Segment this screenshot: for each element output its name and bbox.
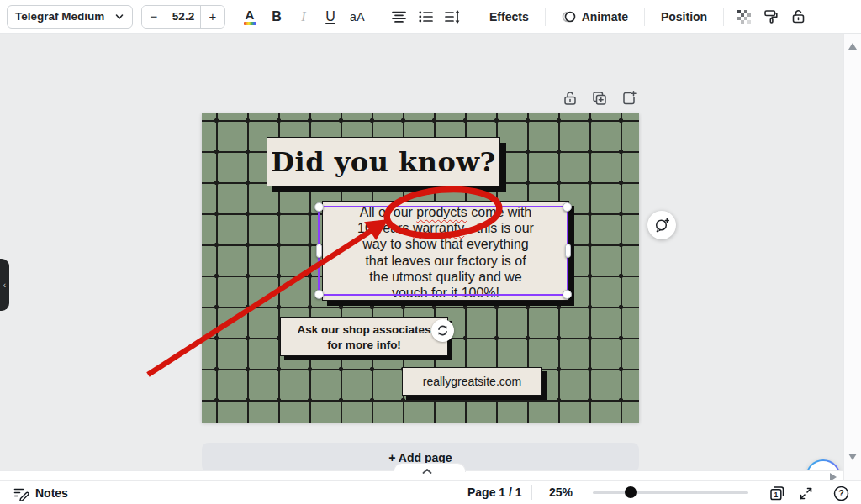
zoom-level-button[interactable]: 25% bbox=[549, 486, 573, 499]
body-line: way to show that everything bbox=[323, 236, 568, 252]
body-line: All of our prodycts come with bbox=[323, 204, 568, 220]
grid-view-button[interactable]: 1 bbox=[767, 483, 787, 503]
font-size-increase-button[interactable]: + bbox=[201, 6, 224, 28]
toolbar-divider bbox=[473, 8, 473, 26]
toolbar-divider bbox=[723, 8, 724, 26]
effects-button[interactable]: Effects bbox=[481, 4, 537, 29]
animate-label: Animate bbox=[582, 10, 628, 24]
body-line: the utmost quality and we bbox=[323, 269, 568, 285]
info-text-element[interactable]: Ask our shop associates for more info! bbox=[280, 317, 448, 356]
bold-button[interactable]: B bbox=[264, 4, 289, 29]
title-text-element[interactable]: Did you know? bbox=[267, 137, 500, 186]
font-selector[interactable]: Telegraf Medium bbox=[7, 5, 133, 29]
paint-roller-icon bbox=[763, 8, 779, 24]
notes-button[interactable]: Notes bbox=[13, 484, 68, 502]
copy-style-button[interactable] bbox=[758, 4, 784, 29]
duplicate-page-button[interactable] bbox=[591, 90, 608, 107]
comment-plus-icon bbox=[653, 217, 670, 234]
add-comment-button[interactable] bbox=[647, 211, 676, 239]
bullet-list-button[interactable] bbox=[413, 4, 438, 29]
resize-handle-bottom-right[interactable] bbox=[563, 290, 572, 299]
rainbow-color-bar bbox=[244, 22, 256, 25]
align-center-icon bbox=[391, 9, 407, 24]
toolbar-divider bbox=[545, 8, 546, 26]
workspace: Did you know? All of our prodycts come w… bbox=[0, 34, 843, 470]
line-spacing-button[interactable] bbox=[440, 4, 465, 29]
bullet-list-icon bbox=[418, 9, 434, 24]
resize-handle-middle-left[interactable] bbox=[316, 244, 322, 258]
font-size-decrease-button[interactable]: − bbox=[142, 6, 166, 28]
toolbar-divider bbox=[378, 8, 378, 26]
pages-icon: 1 bbox=[769, 485, 786, 502]
zoom-slider-track[interactable] bbox=[593, 491, 748, 494]
status-bar: Notes Page 1 / 1 25% 1 bbox=[0, 480, 861, 504]
design-editor-window: Telegraf Medium − 52.2 + A B I U aA bbox=[0, 0, 861, 504]
chevron-down-icon bbox=[114, 12, 124, 22]
underline-button[interactable]: U bbox=[318, 4, 343, 29]
resize-handle-bottom-left[interactable] bbox=[314, 290, 324, 299]
page-indicator: Page 1 / 1 bbox=[467, 486, 522, 499]
unlock-page-icon bbox=[562, 90, 578, 107]
sync-badge-button[interactable] bbox=[431, 319, 454, 342]
body-text-element[interactable]: All of our prodycts come with 10 years w… bbox=[322, 201, 569, 301]
notes-label: Notes bbox=[35, 486, 68, 500]
font-size-value[interactable]: 52.2 bbox=[166, 6, 201, 28]
font-size-control: − 52.2 + bbox=[141, 5, 225, 29]
toolbar-divider bbox=[644, 8, 645, 26]
duplicate-page-icon bbox=[591, 90, 608, 107]
resize-handle-top-left[interactable] bbox=[314, 202, 324, 212]
notes-icon bbox=[13, 486, 29, 501]
page-actions bbox=[562, 90, 637, 107]
zoom-slider-thumb[interactable] bbox=[625, 486, 637, 498]
misspelled-word: prodycts bbox=[416, 205, 467, 219]
position-button[interactable]: Position bbox=[652, 4, 716, 29]
transparency-button[interactable] bbox=[732, 4, 757, 29]
resize-handle-top-right[interactable] bbox=[563, 202, 572, 212]
help-glyph: ? bbox=[838, 488, 843, 498]
design-page[interactable]: Did you know? All of our prodycts come w… bbox=[202, 113, 639, 423]
website-text-element[interactable]: reallygreatsite.com bbox=[402, 367, 542, 396]
body-line: that leaves our factory is of bbox=[323, 253, 568, 269]
animate-button[interactable]: Animate bbox=[553, 4, 637, 29]
text-align-button[interactable] bbox=[386, 4, 411, 29]
chevron-up-icon bbox=[422, 469, 432, 474]
sidebar-expand-tab[interactable]: ‹ bbox=[0, 259, 9, 311]
transparency-checkerboard-icon bbox=[737, 9, 752, 24]
text-toolbar: Telegraf Medium − 52.2 + A B I U aA bbox=[0, 0, 861, 34]
text-case-button[interactable]: aA bbox=[345, 4, 370, 29]
add-page-icon bbox=[621, 90, 637, 107]
text-color-letter: A bbox=[246, 8, 255, 21]
italic-button[interactable]: I bbox=[291, 4, 316, 29]
pages-panel-toggle[interactable] bbox=[394, 463, 466, 472]
help-button[interactable]: ? bbox=[831, 483, 851, 503]
title-text: Did you know? bbox=[271, 146, 495, 178]
page-count: 1 bbox=[774, 490, 778, 498]
vertical-scrollbar[interactable] bbox=[843, 34, 861, 480]
help-icon: ? bbox=[832, 485, 850, 502]
sync-icon bbox=[436, 324, 449, 337]
expand-icon bbox=[798, 486, 814, 501]
scroll-down-icon[interactable] bbox=[848, 454, 857, 460]
body-line: vouch for it 100%! bbox=[323, 285, 568, 301]
chevron-left-icon: ‹ bbox=[3, 281, 6, 290]
lock-button[interactable] bbox=[785, 4, 811, 29]
body-line: 10 years warranty - this is our bbox=[323, 220, 568, 236]
fullscreen-button[interactable] bbox=[795, 483, 816, 503]
resize-handle-middle-right[interactable] bbox=[565, 244, 571, 258]
text-color-button[interactable]: A bbox=[237, 4, 262, 29]
line-spacing-icon bbox=[444, 9, 461, 24]
scroll-up-icon[interactable] bbox=[848, 43, 857, 50]
statusbar-divider bbox=[531, 485, 532, 500]
unlock-icon bbox=[790, 8, 806, 24]
lock-page-button[interactable] bbox=[562, 90, 578, 107]
font-name-label: Telegraf Medium bbox=[15, 10, 104, 23]
misspelled-word: warranty bbox=[413, 221, 464, 235]
animate-icon bbox=[562, 9, 577, 24]
add-page-icon-button[interactable] bbox=[621, 90, 637, 107]
